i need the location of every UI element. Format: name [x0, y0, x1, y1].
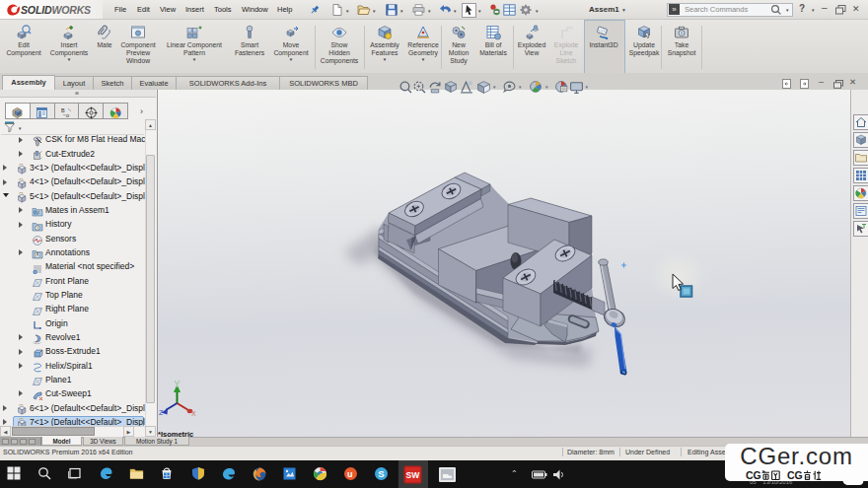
svg-text:CG: CG — [746, 470, 761, 481]
svg-text:S: S — [378, 468, 384, 479]
svg-text:Z: Z — [159, 409, 164, 416]
svg-text:CG: CG — [787, 470, 803, 481]
svg-text:u: u — [347, 469, 353, 479]
svg-text:SW: SW — [406, 470, 421, 480]
svg-text:X: X — [191, 410, 196, 417]
